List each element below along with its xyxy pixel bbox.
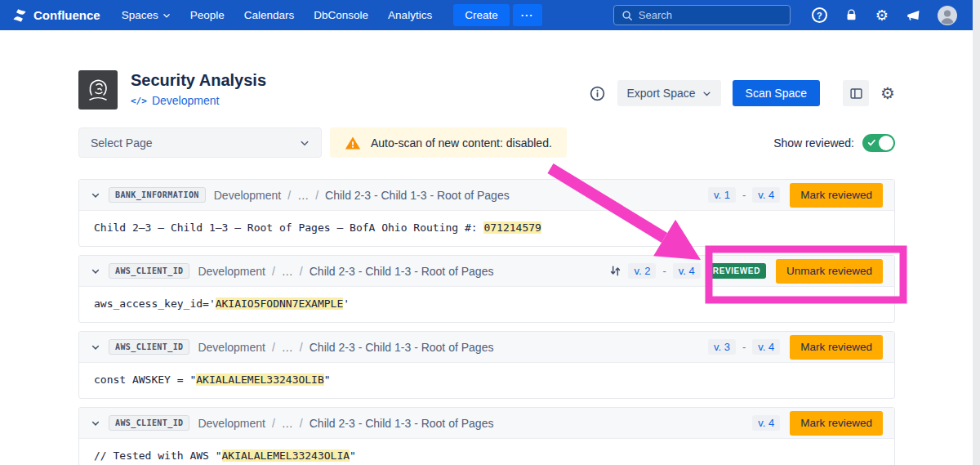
breadcrumb-ellipsis[interactable]: … [282,265,293,278]
review-action-button[interactable]: Mark reviewed [790,335,883,360]
gear-icon[interactable]: ⚙ [875,8,889,23]
chevron-down-icon[interactable] [91,190,100,200]
lock-icon[interactable] [844,8,858,22]
scan-space-button[interactable]: Scan Space [733,80,821,106]
breadcrumb-space-link[interactable]: Development [198,341,265,354]
breadcrumb-page-link[interactable]: Child 2-3 - Child 1-3 - Root of Pages [310,265,494,278]
version-to-chip[interactable]: v. 4 [752,187,780,203]
version-separator: - [742,341,746,353]
finding-type-badge: BANK_INFORMATION [109,187,206,203]
topbar-nav: Spaces People Calendars DbConsole Analyt… [114,5,440,25]
confluence-logo-icon[interactable] [11,7,28,24]
autoscan-warning-banner: Auto-scan of new content: disabled. [330,127,567,158]
breadcrumb: Development / … / Child 2-3 - Child 1-3 … [198,417,493,430]
help-icon[interactable]: ? [812,7,827,23]
version-separator: - [742,189,746,201]
finding-actions: v. 1 - v. 4 Mark reviewed [708,183,883,208]
version-from-chip[interactable]: v. 2 [628,263,656,279]
select-page-dropdown[interactable]: Select Page [78,127,322,158]
topbar-icons: ? ⚙ [812,6,957,25]
brand-name[interactable]: Confluence [33,8,100,22]
nav-analytics[interactable]: Analytics [380,5,440,25]
version-to-chip[interactable]: v. 4 [752,339,780,355]
export-space-button[interactable]: Export Space [617,80,721,106]
chevron-down-icon [163,11,171,20]
search-box[interactable] [613,5,791,25]
code-highlight: AKIALALEMEL33243OLIA [222,449,350,462]
finding-header: AWS_CLIENT_ID Development / … / Child 2-… [79,256,894,287]
finding-type-badge: AWS_CLIENT_ID [109,415,189,431]
finding-header: BANK_INFORMATION Development / … / Child… [79,180,894,211]
code-text-pre: const AWSKEY = " [94,373,196,386]
show-reviewed-label: Show reviewed: [773,136,854,150]
nav-people[interactable]: People [182,5,233,25]
nav-calendars[interactable]: Calendars [236,5,303,25]
confluence-page: Confluence Spaces People Calendars DbCon… [0,0,980,465]
finding-actions: v. 3 - v. 4 Mark reviewed [708,335,883,360]
finding-actions: v. 2 - v. 4 REVIEWED Unmark reviewed [609,259,883,284]
version-to-chip[interactable]: v. 4 [673,263,701,279]
title-block: Security Analysis </> Development [131,70,266,107]
topbar: Confluence Spaces People Calendars DbCon… [0,0,980,30]
finding-type-badge: AWS_CLIENT_ID [109,263,189,279]
code-text-post: " [324,373,331,386]
breadcrumb-ellipsis[interactable]: … [297,189,309,202]
breadcrumb-page-link[interactable]: Child 2-3 - Child 1-3 - Root of Pages [310,417,494,430]
code-text-pre: // Tested with AWS " [94,449,222,462]
version-to-chip[interactable]: v. 4 [752,415,780,431]
space-avatar[interactable] [78,70,118,110]
breadcrumb-ellipsis[interactable]: … [282,341,293,354]
breadcrumb-separator: / [300,341,303,354]
breadcrumb-ellipsis[interactable]: … [282,417,293,430]
space-settings-gear-icon[interactable]: ⚙ [880,85,895,101]
finding-code: Child 2–3 – Child 1–3 – Root of Pages – … [79,211,894,246]
finding-header: AWS_CLIENT_ID Development / … / Child 2-… [79,408,894,439]
review-action-button[interactable]: Unmark reviewed [776,259,883,284]
version-from-chip[interactable]: v. 1 [708,187,736,203]
search-input[interactable] [639,9,782,21]
warning-icon [345,135,361,151]
breadcrumb-page-link[interactable]: Child 2-3 - Child 1-3 - Root of Pages [310,341,494,354]
check-icon [867,138,876,147]
breadcrumb-page-link[interactable]: Child 2-3 - Child 1-3 - Root of Pages [325,189,510,202]
toggle-knob [879,136,893,150]
space-type-icon: </> [131,96,147,106]
breadcrumb: Development / … / Child 2-3 - Child 1-3 … [214,189,510,202]
chevron-down-icon[interactable] [91,418,100,428]
breadcrumb-space-link[interactable]: Development [198,265,265,278]
info-icon[interactable] [589,85,606,102]
code-highlight: AKIALALEMEL33243OLIB [196,373,324,386]
finding-card: AWS_CLIENT_ID Development / … / Child 2-… [78,407,895,465]
code-text-pre: Child 2–3 – Child 1–3 – Root of Pages – … [94,221,483,234]
megaphone-icon[interactable] [906,8,920,23]
search-icon [621,10,633,21]
compare-versions-icon[interactable] [609,265,621,277]
breadcrumb-separator: / [315,189,318,202]
chevron-down-icon [300,138,310,148]
chevron-down-icon[interactable] [91,266,100,276]
page-title: Security Analysis [131,70,266,90]
select-page-label: Select Page [91,136,153,150]
finding-type-badge: AWS_CLIENT_ID [109,339,189,355]
header-controls: Export Space Scan Space ⚙ [589,80,896,106]
review-action-button[interactable]: Mark reviewed [790,411,883,436]
finding-card: AWS_CLIENT_ID Development / … / Child 2-… [78,331,895,399]
show-reviewed-control: Show reviewed: [773,134,895,152]
breadcrumb-separator: / [300,265,303,278]
breadcrumb-space-link[interactable]: Development [214,189,282,202]
page-header: Security Analysis </> Development Export… [78,70,895,110]
reviewed-badge: REVIEWED [707,263,766,279]
create-button[interactable]: Create [453,4,510,26]
chevron-down-icon[interactable] [91,342,100,352]
version-from-chip[interactable]: v. 3 [708,339,736,355]
review-action-button[interactable]: Mark reviewed [790,183,883,208]
avatar[interactable] [938,6,957,25]
more-button[interactable]: ··· [513,4,542,26]
nav-dbconsole[interactable]: DbConsole [305,5,376,25]
space-link[interactable]: Development [152,94,220,107]
breadcrumb-space-link[interactable]: Development [198,417,265,430]
nav-spaces[interactable]: Spaces [114,5,179,25]
sidebar-toggle-button[interactable] [843,80,869,106]
code-text-post: ' [343,297,350,310]
show-reviewed-toggle[interactable] [862,134,895,152]
